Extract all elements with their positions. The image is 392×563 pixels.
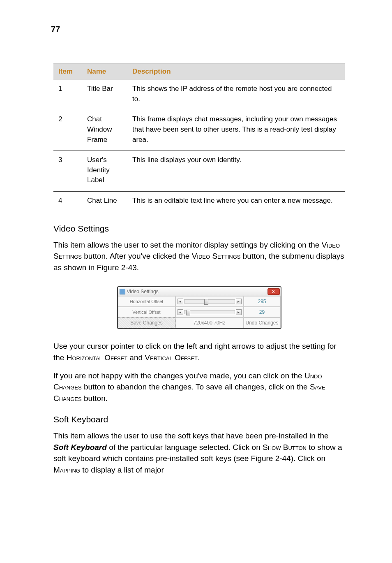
cell-name: User's Identity Label	[82, 151, 127, 192]
video-settings-para: This item allows the user to set the mon…	[53, 239, 345, 273]
voffset-value: 29	[244, 307, 281, 317]
undo-save-instructions: If you are not happy with the changes yo…	[53, 370, 345, 404]
arrow-left-icon[interactable]: ◄	[178, 309, 183, 315]
video-settings-heading: Video Settings	[53, 224, 345, 234]
dialog-title: Video Settings	[127, 289, 159, 294]
hoffset-value: 295	[244, 296, 281, 307]
video-settings-dialog: Video Settings X Horizontal Offset ◄ ► 2…	[117, 286, 281, 329]
hoffset-label: Horizontal Offset	[118, 296, 175, 307]
table-row: 4 Chat Line This is an editable text lin…	[53, 192, 345, 212]
cell-item: 4	[53, 192, 82, 212]
save-changes-button[interactable]: Save Changes	[118, 317, 175, 328]
cell-name: Chat Line	[82, 192, 127, 212]
cell-desc: This frame displays chat messages, inclu…	[127, 110, 345, 151]
table-row: 3 User's Identity Label This line displa…	[53, 151, 345, 192]
hoffset-slider[interactable]: ◄ ►	[175, 296, 244, 307]
cell-desc: This shows the IP address of the remote …	[127, 80, 345, 110]
cell-item: 2	[53, 110, 82, 151]
th-name: Name	[82, 63, 127, 80]
cell-desc: This line displays your own identity.	[127, 151, 345, 192]
slider-track[interactable]	[184, 310, 235, 314]
arrow-right-icon[interactable]: ►	[236, 299, 242, 304]
cell-name: Chat Window Frame	[82, 110, 127, 151]
slider-track[interactable]	[184, 299, 235, 304]
cell-item: 3	[53, 151, 82, 192]
voffset-label: Vertical Offset	[118, 307, 175, 317]
th-desc: Description	[127, 63, 345, 80]
cell-item: 1	[53, 80, 82, 110]
items-table: Item Name Description 1 Title Bar This s…	[53, 63, 345, 212]
page-number: 77	[51, 25, 345, 34]
soft-keyboard-heading: Soft Keyboard	[53, 415, 345, 424]
close-button[interactable]: X	[267, 288, 280, 295]
slider-thumb[interactable]	[204, 299, 208, 305]
arrow-right-icon[interactable]: ►	[236, 309, 242, 315]
table-row: 1 Title Bar This shows the IP address of…	[53, 80, 345, 110]
offset-instructions: Use your cursor pointer to click on the …	[53, 341, 345, 363]
cell-desc: This is an editable text line where you …	[127, 192, 345, 212]
app-icon	[120, 289, 125, 294]
voffset-slider[interactable]: ◄ ►	[175, 307, 244, 317]
resolution-label: 720x400 70Hz	[175, 317, 244, 328]
arrow-left-icon[interactable]: ◄	[178, 299, 183, 304]
slider-thumb[interactable]	[186, 310, 190, 315]
dialog-titlebar: Video Settings X	[118, 287, 281, 296]
th-item: Item	[53, 63, 82, 80]
table-row: 2 Chat Window Frame This frame displays …	[53, 110, 345, 151]
soft-keyboard-para: This item allows the user to use the sof…	[53, 430, 345, 475]
cell-name: Title Bar	[82, 80, 127, 110]
undo-changes-button[interactable]: Undo Changes	[244, 317, 281, 328]
